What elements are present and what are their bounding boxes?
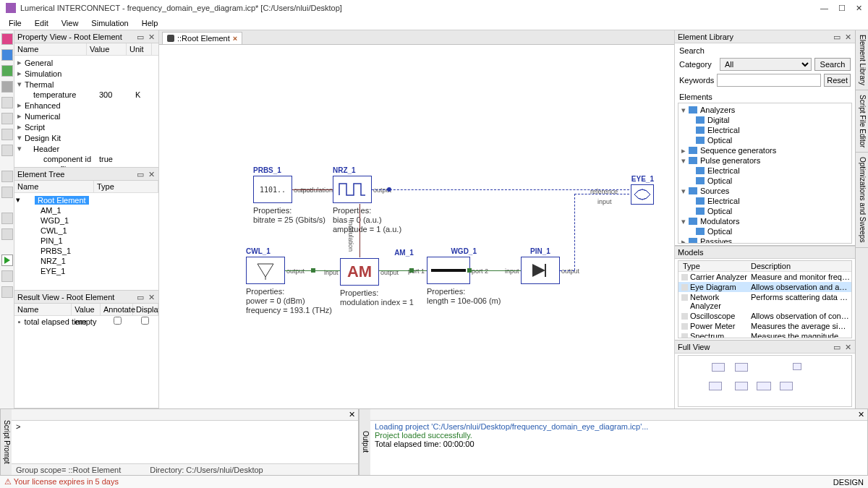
undock-icon[interactable]: ▭ xyxy=(833,33,841,41)
menu-help[interactable]: Help xyxy=(136,17,164,29)
close-panel-icon[interactable]: ✕ xyxy=(147,33,156,41)
library-tree-item[interactable]: ▾Sources xyxy=(680,186,850,196)
property-row[interactable]: ▸Enhanced xyxy=(14,100,158,111)
tab-close-icon[interactable]: × xyxy=(233,34,237,43)
library-tree-item[interactable]: Digital xyxy=(680,115,850,125)
library-tree-item[interactable]: Optical xyxy=(680,176,850,186)
model-row[interactable]: Network AnalyzerPerforms scattering data… xyxy=(678,292,851,311)
library-tree-item[interactable]: ▾Analyzers xyxy=(680,105,850,115)
model-row[interactable]: Power MeterMeasures the average signal p… xyxy=(678,321,851,331)
tool-icon[interactable] xyxy=(1,49,13,61)
property-row[interactable]: ▸Numerical xyxy=(14,111,158,121)
menu-edit[interactable]: Edit xyxy=(29,17,54,29)
property-row[interactable]: ▾Design Kit xyxy=(14,132,158,143)
menu-simulation[interactable]: Simulation xyxy=(85,17,134,29)
property-row[interactable]: ▾Thermal xyxy=(14,79,158,90)
close-icon[interactable]: ✕ xyxy=(856,4,862,13)
tool-icon[interactable] xyxy=(1,171,13,182)
tool-icon[interactable] xyxy=(1,228,13,240)
model-row[interactable]: OscilloscopeAllows observation of consta… xyxy=(678,311,851,321)
property-row[interactable]: ▸Simulation xyxy=(14,68,158,79)
library-tree-item[interactable]: Optical xyxy=(680,226,850,236)
block-am[interactable]: AM_1 AM input output modulation Properti… xyxy=(340,249,414,307)
block-wgd[interactable]: WGD_1 port 1 port 2 Properties:length = … xyxy=(427,247,501,306)
tab-root-element[interactable]: ::Root Element × xyxy=(162,32,242,44)
display-checkbox[interactable] xyxy=(141,317,149,325)
block-cwl[interactable]: CWL_1 output Properties:power = 0 (dBm)f… xyxy=(246,247,332,316)
tool-icon[interactable] xyxy=(1,113,13,124)
annotate-checkbox[interactable] xyxy=(114,317,122,325)
property-row[interactable]: temperature300K xyxy=(14,90,158,100)
library-tree-item[interactable]: Electrical xyxy=(680,166,850,176)
maximize-icon[interactable]: ☐ xyxy=(838,4,846,13)
element-tree-item[interactable]: WGD_1 xyxy=(14,215,158,226)
search-button[interactable]: Search xyxy=(814,58,851,71)
tool-icon[interactable] xyxy=(1,187,13,198)
fullview-header: Full View ▭ ✕ xyxy=(675,341,855,354)
undock-icon[interactable]: ▭ xyxy=(136,170,145,179)
property-row[interactable]: component idtrue xyxy=(14,154,158,164)
block-nrz[interactable]: NRZ_1 modulation output Properties:bias … xyxy=(333,166,401,235)
category-select[interactable]: All xyxy=(720,58,812,71)
tool-icon[interactable] xyxy=(1,286,13,298)
script-prompt-input[interactable]: > xyxy=(12,421,358,463)
block-pin[interactable]: PIN_1 input output xyxy=(521,247,560,284)
element-tree-item[interactable]: PIN_1 xyxy=(14,236,158,246)
tool-icon[interactable] xyxy=(1,33,13,45)
element-tree-item[interactable]: PRBS_1 xyxy=(14,246,158,256)
close-panel-icon[interactable]: ✕ xyxy=(843,33,852,41)
tab-script-file-editor[interactable]: Script File Editor xyxy=(856,90,868,153)
close-panel-icon[interactable]: ✕ xyxy=(858,410,864,419)
property-row[interactable]: ▾Header xyxy=(14,143,158,154)
schematic-canvas[interactable]: PRBS_1 1101.. output Properties:bitrate … xyxy=(159,45,674,408)
tool-icon[interactable] xyxy=(1,81,13,93)
fullview-minimap[interactable] xyxy=(678,355,852,407)
close-panel-icon[interactable]: ✕ xyxy=(147,170,156,179)
close-panel-icon[interactable]: ✕ xyxy=(349,410,355,419)
library-tree-item[interactable]: ▾Modulators xyxy=(680,216,850,226)
tool-icon[interactable] xyxy=(1,213,13,224)
close-panel-icon[interactable]: ✕ xyxy=(843,343,852,351)
tool-icon[interactable] xyxy=(1,129,13,140)
property-row[interactable]: ▸General xyxy=(14,57,158,68)
close-panel-icon[interactable]: ✕ xyxy=(147,293,156,301)
undock-icon[interactable]: ▭ xyxy=(833,343,841,351)
svg-marker-0 xyxy=(258,264,273,277)
tool-icon[interactable] xyxy=(1,145,13,156)
model-row[interactable]: Spectrum AnalyzerMeasures the magnitude … xyxy=(678,331,851,338)
run-button[interactable] xyxy=(1,254,13,266)
element-tree-item[interactable]: ▾Root Element xyxy=(14,194,158,205)
tab-optimizations-sweeps[interactable]: Optimizations and Sweeps xyxy=(856,153,868,247)
undock-icon[interactable]: ▭ xyxy=(136,293,145,301)
library-tree-item[interactable]: Electrical xyxy=(680,196,850,206)
property-row[interactable]: mcs filename xyxy=(14,164,158,167)
keywords-input[interactable] xyxy=(717,74,821,87)
output-tab[interactable]: Output xyxy=(359,409,370,475)
library-tree-item[interactable]: Electrical xyxy=(680,125,850,135)
library-tree-item[interactable]: ▾Pulse generators xyxy=(680,155,850,166)
property-row[interactable]: ▸Script xyxy=(14,121,158,132)
element-tree-item[interactable]: AM_1 xyxy=(14,205,158,215)
tool-icon[interactable] xyxy=(1,97,13,108)
element-tree-item[interactable]: EYE_1 xyxy=(14,266,158,276)
result-row[interactable]: ▪ total elapsed time empty xyxy=(14,316,158,327)
property-columns: Name Value Unit xyxy=(14,43,158,56)
library-tree-item[interactable]: ▸Sequence generators xyxy=(680,145,850,155)
script-prompt-tab[interactable]: Script Prompt xyxy=(0,409,12,475)
library-tree-item[interactable]: Optical xyxy=(680,206,850,216)
block-prbs[interactable]: PRBS_1 1101.. output Properties:bitrate … xyxy=(253,166,326,225)
tool-icon[interactable] xyxy=(1,65,13,77)
model-row[interactable]: Carrier AnalyzerMeasure and monitor freq… xyxy=(678,272,851,282)
tab-element-library[interactable]: Element Library xyxy=(856,30,868,90)
model-row[interactable]: Eye DiagramAllows observation and analys… xyxy=(678,282,851,292)
library-tree-item[interactable]: ▸Passives xyxy=(680,236,850,244)
tool-icon[interactable] xyxy=(1,270,13,282)
menu-view[interactable]: View xyxy=(56,17,85,29)
element-tree-item[interactable]: NRZ_1 xyxy=(14,256,158,266)
reset-button[interactable]: Reset xyxy=(824,74,851,87)
minimize-icon[interactable]: — xyxy=(820,4,828,13)
menu-file[interactable]: File xyxy=(3,17,27,29)
library-tree-item[interactable]: Optical xyxy=(680,135,850,145)
element-tree-item[interactable]: CWL_1 xyxy=(14,226,158,236)
undock-icon[interactable]: ▭ xyxy=(136,33,145,41)
